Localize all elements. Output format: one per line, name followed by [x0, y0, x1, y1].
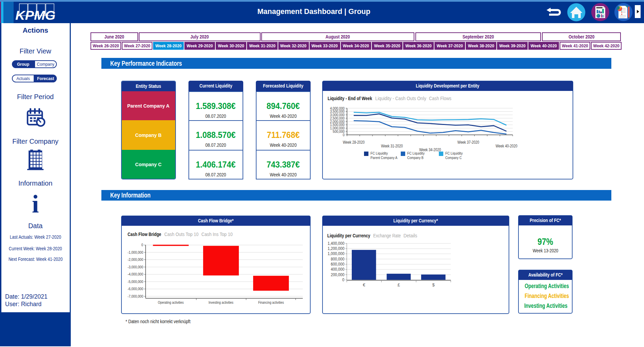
svg-text:-4,000,000: -4,000,000	[128, 272, 143, 276]
svg-text:FC Liquidity: FC Liquidity	[407, 151, 425, 155]
svg-text:-5,000,000: -5,000,000	[128, 280, 143, 284]
svg-text:Parent Company A: Parent Company A	[370, 156, 397, 160]
svg-text:0: 0	[343, 133, 345, 137]
svg-text:1,400,000: 1,400,000	[328, 241, 345, 246]
svg-text:Company B: Company B	[407, 156, 424, 160]
svg-text:400,000: 400,000	[331, 267, 344, 272]
svg-text:£: £	[397, 282, 400, 287]
svg-text:€: €	[363, 282, 365, 287]
svg-text:Week 31-2020: Week 31-2020	[381, 144, 403, 148]
svg-text:Investing activities: Investing activities	[209, 301, 233, 304]
svg-text:Financing activities: Financing activities	[258, 301, 284, 304]
svg-text:$: $	[432, 282, 435, 287]
svg-text:Week 28-2020: Week 28-2020	[343, 140, 365, 145]
svg-text:-6,000,000: -6,000,000	[128, 287, 143, 291]
svg-text:-3,000,000: -3,000,000	[128, 265, 143, 269]
svg-text:Company C: Company C	[445, 156, 462, 160]
svg-text:Operating activities: Operating activities	[158, 301, 184, 304]
svg-text:600,000: 600,000	[331, 262, 344, 267]
svg-text:FC Liquidity: FC Liquidity	[445, 151, 463, 155]
svg-text:0: 0	[342, 278, 344, 282]
svg-text:200,000: 200,000	[331, 272, 344, 277]
svg-text:-7,000,000: -7,000,000	[128, 294, 143, 298]
svg-text:1,200,000: 1,200,000	[328, 246, 345, 251]
svg-text:800,000: 800,000	[331, 257, 344, 262]
svg-text:0: 0	[142, 243, 143, 247]
svg-text:-1,000,000: -1,000,000	[128, 250, 143, 254]
svg-text:-2,000,000: -2,000,000	[128, 257, 143, 262]
svg-text:Week 40-2020: Week 40-2020	[496, 144, 517, 148]
svg-text:FC Liquidity: FC Liquidity	[370, 151, 388, 155]
svg-text:1,000,000: 1,000,000	[328, 251, 345, 256]
svg-text:Week 37-2020: Week 37-2020	[458, 140, 479, 145]
